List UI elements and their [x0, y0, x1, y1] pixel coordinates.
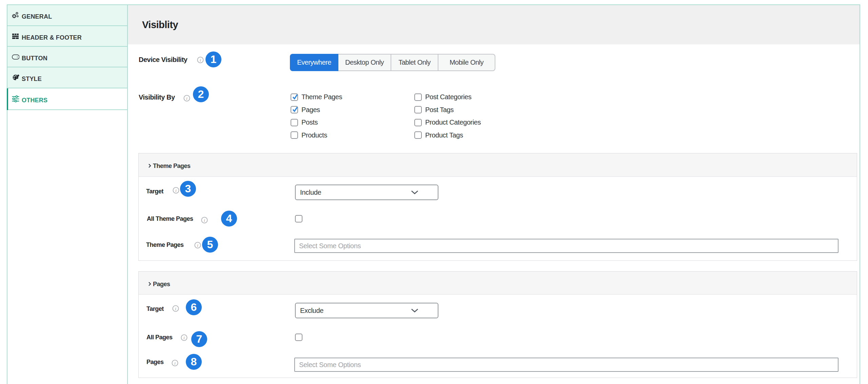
svg-text:i: i: [197, 242, 198, 248]
svg-text:i: i: [200, 58, 201, 63]
svg-text:i: i: [186, 96, 188, 101]
svg-text:i: i: [204, 217, 205, 222]
svg-text:i: i: [174, 361, 176, 366]
svg-text:i: i: [175, 188, 177, 193]
svg-text:i: i: [175, 306, 176, 311]
svg-text:i: i: [183, 335, 185, 340]
